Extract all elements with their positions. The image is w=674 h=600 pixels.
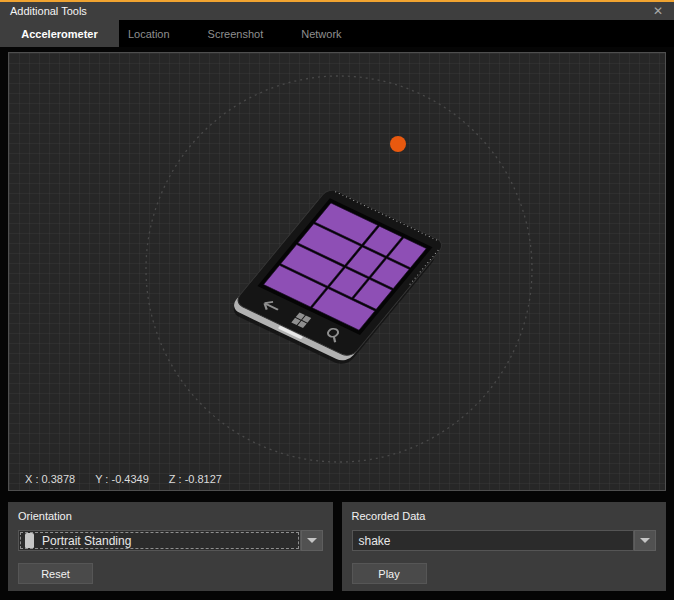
additional-tools-window: Additional Tools ✕ Accelerometer Locatio… — [0, 0, 674, 600]
recorded-data-dropdown-value: shake — [359, 534, 391, 548]
chevron-down-icon — [307, 538, 317, 543]
orientation-panel: Orientation Portrait Standing Reset — [8, 502, 333, 591]
readout-y: Y : -0.4349 — [95, 473, 149, 485]
recorded-data-dropdown-button[interactable] — [634, 530, 656, 551]
close-button[interactable]: ✕ — [648, 3, 668, 19]
orientation-dropdown-value: Portrait Standing — [42, 534, 131, 548]
orientation-dropdown-button[interactable] — [301, 530, 323, 551]
tab-location[interactable]: Location — [128, 20, 170, 47]
accelerometer-dot[interactable] — [390, 136, 406, 152]
close-icon: ✕ — [653, 4, 663, 18]
window-title: Additional Tools — [10, 5, 87, 17]
tab-accelerometer[interactable]: Accelerometer — [0, 20, 119, 47]
play-button[interactable]: Play — [352, 563, 427, 584]
bottom-panels: Orientation Portrait Standing Reset Reco… — [8, 502, 666, 591]
reset-button[interactable]: Reset — [18, 563, 93, 584]
phone-portrait-icon — [25, 533, 34, 548]
readout-x: X : 0.3878 — [25, 473, 75, 485]
tab-network[interactable]: Network — [301, 20, 341, 47]
accelerometer-canvas[interactable]: X : 0.3878 Y : -0.4349 Z : -0.8127 — [8, 52, 666, 491]
recorded-data-dropdown[interactable]: shake — [352, 530, 635, 551]
orientation-combo: Portrait Standing — [18, 530, 323, 551]
axis-readout: X : 0.3878 Y : -0.4349 Z : -0.8127 — [25, 473, 222, 485]
orientation-panel-title: Orientation — [18, 510, 323, 522]
phone-3d[interactable] — [227, 187, 448, 368]
recorded-data-panel-title: Recorded Data — [352, 510, 657, 522]
recorded-data-combo: shake — [352, 530, 657, 551]
recorded-data-panel: Recorded Data shake Play — [342, 502, 667, 591]
titlebar[interactable]: Additional Tools ✕ — [0, 0, 674, 20]
chevron-down-icon — [640, 538, 650, 543]
orientation-dropdown[interactable]: Portrait Standing — [18, 530, 301, 551]
tab-bar: Accelerometer Location Screenshot Networ… — [0, 20, 674, 47]
tab-screenshot[interactable]: Screenshot — [208, 20, 264, 47]
readout-z: Z : -0.8127 — [169, 473, 222, 485]
